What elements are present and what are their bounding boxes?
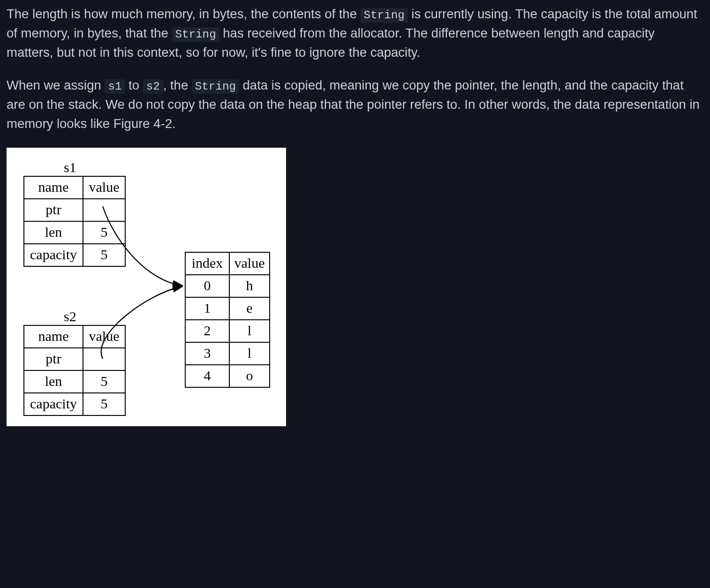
table-row: name value (24, 325, 125, 348)
stack-header-name: name (24, 325, 83, 348)
table-row: 3 l (185, 342, 270, 365)
table-row: 1 e (185, 297, 270, 320)
s2-label: s2 (64, 306, 76, 327)
table-row: 0 h (185, 275, 270, 297)
stack-row-len-value: 5 (83, 370, 125, 393)
figure-4-2: s1 name value ptr len 5 capacity 5 (7, 148, 286, 426)
heap-cell-val: o (229, 365, 270, 387)
code-string-2: String (172, 27, 219, 42)
text-run: The length is how much memory, in bytes,… (7, 7, 361, 21)
table-row: len 5 (24, 370, 125, 393)
heap-header-index: index (185, 252, 229, 275)
text-run: , the (163, 78, 192, 92)
heap-cell-idx: 3 (185, 342, 229, 365)
code-s2: s2 (143, 79, 163, 94)
figure-4-2-wrap: s1 name value ptr len 5 capacity 5 (7, 148, 703, 426)
stack-row-cap-value: 5 (83, 393, 125, 415)
heap-cell-idx: 1 (185, 297, 229, 320)
table-row: capacity 5 (24, 393, 125, 415)
heap-cell-val: h (229, 275, 270, 297)
table-row: 2 l (185, 320, 270, 342)
code-string-1: String (361, 8, 408, 23)
table-row: len 5 (24, 221, 125, 244)
text-run: to (125, 78, 143, 92)
s1-stack-table: name value ptr len 5 capacity 5 (23, 176, 126, 267)
stack-header-value: value (83, 325, 125, 348)
stack-row-ptr: ptr (24, 348, 83, 370)
s1-label: s1 (64, 157, 76, 178)
code-string-3: String (192, 79, 239, 94)
stack-row-len: len (24, 370, 83, 393)
paragraph-assign: When we assign s1 to s2, the String data… (7, 76, 703, 133)
stack-row-len: len (24, 221, 83, 244)
stack-row-ptr-value (83, 199, 125, 221)
heap-data-table: index value 0 h 1 e 2 l 3 l (185, 252, 270, 388)
stack-row-cap: capacity (24, 393, 83, 415)
table-row: 4 o (185, 365, 270, 387)
heap-cell-val: l (229, 342, 270, 365)
stack-row-ptr: ptr (24, 199, 83, 221)
heap-cell-idx: 4 (185, 365, 229, 387)
stack-row-cap: capacity (24, 244, 83, 266)
text-run: When we assign (7, 78, 105, 92)
stack-header-value: value (83, 176, 125, 199)
heap-cell-idx: 2 (185, 320, 229, 342)
table-row: index value (185, 252, 270, 275)
s2-stack-table: name value ptr len 5 capacity 5 (23, 325, 126, 416)
stack-header-name: name (24, 176, 83, 199)
table-row: name value (24, 176, 125, 199)
stack-row-len-value: 5 (83, 221, 125, 244)
table-row: capacity 5 (24, 244, 125, 266)
heap-cell-val: e (229, 297, 270, 320)
paragraph-length-capacity: The length is how much memory, in bytes,… (7, 5, 703, 62)
table-row: ptr (24, 199, 125, 221)
heap-header-value: value (229, 252, 270, 275)
stack-row-cap-value: 5 (83, 244, 125, 266)
heap-cell-idx: 0 (185, 275, 229, 297)
code-s1: s1 (105, 79, 125, 94)
stack-row-ptr-value (83, 348, 125, 370)
heap-cell-val: l (229, 320, 270, 342)
table-row: ptr (24, 348, 125, 370)
document-page: The length is how much memory, in bytes,… (0, 0, 710, 445)
